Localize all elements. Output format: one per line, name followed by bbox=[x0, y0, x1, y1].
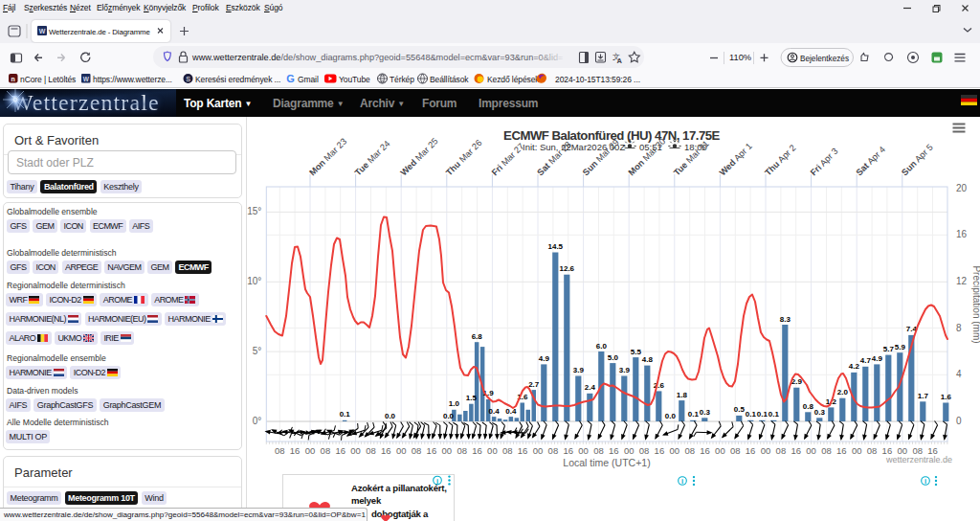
svg-text:0.1: 0.1 bbox=[688, 410, 700, 419]
svg-text:08: 08 bbox=[502, 445, 513, 456]
svg-text:08: 08 bbox=[639, 445, 650, 456]
svg-text:1.8: 1.8 bbox=[677, 391, 688, 399]
svg-text:08: 08 bbox=[776, 445, 787, 456]
svg-text:16: 16 bbox=[746, 445, 756, 456]
svg-text:08: 08 bbox=[412, 445, 422, 456]
svg-text:5.7: 5.7 bbox=[883, 345, 895, 353]
svg-text:10°: 10° bbox=[247, 276, 261, 286]
svg-text:16: 16 bbox=[791, 445, 801, 456]
svg-text:16: 16 bbox=[563, 445, 573, 456]
svg-text:12.6: 12.6 bbox=[560, 264, 575, 273]
svg-text:00: 00 bbox=[670, 445, 680, 456]
svg-text:2.7: 2.7 bbox=[528, 380, 540, 389]
svg-text:0.3: 0.3 bbox=[814, 408, 826, 417]
svg-text:00: 00 bbox=[806, 445, 816, 456]
svg-text:16: 16 bbox=[427, 445, 437, 456]
svg-text:Wed Apr 1: Wed Apr 1 bbox=[718, 141, 754, 177]
svg-text:16: 16 bbox=[290, 445, 301, 456]
svg-text:Precipitation (mm): Precipitation (mm) bbox=[971, 265, 980, 343]
svg-text:3.9: 3.9 bbox=[573, 366, 585, 374]
svg-text:4.2: 4.2 bbox=[849, 362, 860, 371]
svg-text:00: 00 bbox=[442, 445, 453, 456]
svg-text:4.8: 4.8 bbox=[642, 355, 654, 364]
svg-text:00: 00 bbox=[487, 445, 498, 456]
svg-text:0.0: 0.0 bbox=[443, 412, 455, 420]
svg-text:5.9: 5.9 bbox=[895, 343, 906, 351]
svg-text:00: 00 bbox=[852, 445, 862, 456]
svg-text:0.1: 0.1 bbox=[746, 410, 757, 419]
svg-text:14.5: 14.5 bbox=[548, 242, 564, 251]
svg-text:Tue Mar 24: Tue Mar 24 bbox=[353, 139, 392, 178]
svg-text:4.9: 4.9 bbox=[539, 354, 550, 363]
svg-text:5.0: 5.0 bbox=[608, 353, 619, 362]
svg-text:4.7: 4.7 bbox=[860, 356, 872, 365]
svg-text:0.1: 0.1 bbox=[757, 410, 768, 419]
svg-text:8.3: 8.3 bbox=[780, 315, 791, 324]
svg-text:08: 08 bbox=[593, 445, 604, 456]
svg-text:00: 00 bbox=[624, 445, 635, 456]
svg-text:00: 00 bbox=[715, 445, 725, 456]
svg-text:0.8: 0.8 bbox=[803, 402, 814, 411]
svg-text:08: 08 bbox=[457, 445, 467, 456]
svg-text:00: 00 bbox=[350, 445, 361, 456]
svg-text:20: 20 bbox=[956, 183, 968, 193]
svg-text:Thu Apr 2: Thu Apr 2 bbox=[763, 143, 797, 177]
svg-text:16: 16 bbox=[518, 445, 528, 456]
svg-text:16: 16 bbox=[655, 445, 665, 456]
svg-text:0.0: 0.0 bbox=[665, 412, 677, 420]
svg-text:16: 16 bbox=[609, 445, 619, 456]
svg-text:8: 8 bbox=[956, 323, 962, 333]
svg-text:15°: 15° bbox=[247, 206, 261, 216]
svg-text:0: 0 bbox=[956, 416, 962, 426]
svg-text:08: 08 bbox=[548, 445, 559, 456]
svg-text:12: 12 bbox=[956, 276, 968, 286]
svg-text:16: 16 bbox=[472, 445, 482, 456]
svg-text:Sun Apr 5: Sun Apr 5 bbox=[900, 143, 935, 178]
svg-text:08: 08 bbox=[366, 445, 376, 456]
svg-text:3.9: 3.9 bbox=[619, 366, 631, 374]
svg-text:Mon Mar 23: Mon Mar 23 bbox=[307, 137, 348, 178]
svg-text:6.8: 6.8 bbox=[472, 332, 483, 341]
svg-text:0°: 0° bbox=[253, 416, 262, 426]
svg-text:6.0: 6.0 bbox=[596, 342, 608, 351]
svg-text:Wed Mar 25: Wed Mar 25 bbox=[399, 136, 440, 177]
svg-text:5.5: 5.5 bbox=[631, 348, 642, 356]
svg-text:08: 08 bbox=[730, 445, 741, 456]
svg-text:0.4: 0.4 bbox=[489, 407, 501, 416]
svg-text:4.9: 4.9 bbox=[872, 354, 883, 363]
svg-text:2.4: 2.4 bbox=[585, 383, 596, 392]
svg-text:Sat Apr 4: Sat Apr 4 bbox=[855, 145, 887, 177]
svg-text:wetterzentrale.de: wetterzentrale.de bbox=[885, 455, 952, 464]
svg-text:00: 00 bbox=[533, 445, 544, 456]
svg-text:Local time (UTC+1): Local time (UTC+1) bbox=[563, 457, 650, 468]
svg-text:0.5: 0.5 bbox=[734, 405, 746, 414]
svg-text:16: 16 bbox=[381, 445, 391, 456]
svg-text:Fri Mar 27: Fri Mar 27 bbox=[490, 142, 526, 178]
svg-text:08: 08 bbox=[684, 445, 695, 456]
svg-text:16: 16 bbox=[836, 445, 847, 456]
svg-text:08: 08 bbox=[321, 445, 331, 456]
svg-text:00: 00 bbox=[761, 445, 771, 456]
svg-text:0.3: 0.3 bbox=[700, 408, 711, 417]
svg-text:16: 16 bbox=[335, 445, 345, 456]
svg-text:2.0: 2.0 bbox=[837, 388, 849, 396]
svg-text:1.0: 1.0 bbox=[449, 399, 460, 408]
svg-text:2.6: 2.6 bbox=[654, 381, 665, 390]
svg-text:0.1: 0.1 bbox=[340, 410, 351, 419]
svg-text:5°: 5° bbox=[253, 346, 262, 356]
svg-text:00: 00 bbox=[578, 445, 589, 456]
svg-text:Fri Apr 3: Fri Apr 3 bbox=[809, 147, 840, 178]
svg-text:1.5: 1.5 bbox=[466, 394, 478, 402]
svg-text:Thu Mar 26: Thu Mar 26 bbox=[444, 138, 483, 177]
svg-text:16: 16 bbox=[700, 445, 710, 456]
svg-text:0.1: 0.1 bbox=[768, 410, 780, 419]
svg-text:1.6: 1.6 bbox=[941, 393, 952, 401]
svg-text:i: i bbox=[681, 477, 683, 486]
svg-text:0.0: 0.0 bbox=[385, 412, 396, 420]
svg-text:00: 00 bbox=[305, 445, 316, 456]
svg-text:08: 08 bbox=[275, 445, 285, 456]
svg-text:16: 16 bbox=[956, 229, 968, 239]
svg-text:08: 08 bbox=[867, 445, 878, 456]
svg-text:08: 08 bbox=[821, 445, 832, 456]
svg-text:4: 4 bbox=[956, 369, 962, 379]
